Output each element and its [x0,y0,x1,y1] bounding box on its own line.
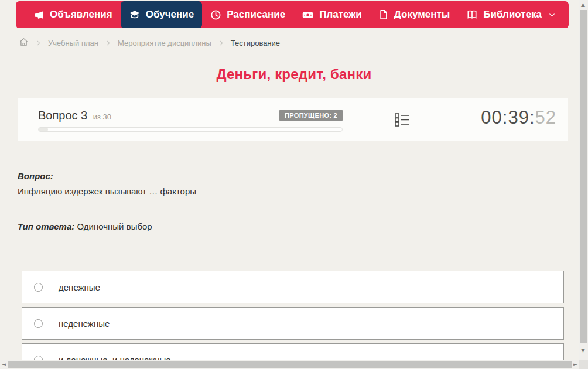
timer-hours-minutes: 00:39: [481,107,535,128]
nav-item-payments[interactable]: Платежи [293,1,370,28]
chevron-right-icon [105,40,111,46]
question-header-panel: Вопрос 3 из 30 ПРОПУЩЕНО: 2 00:39:52 [18,98,568,141]
open-book-icon [466,9,478,20]
answer-option-1[interactable]: денежные [22,271,564,303]
chevron-right-icon [218,40,224,46]
answer-option-label: денежные [59,282,100,292]
answer-type-row: Тип ответа: Одиночный выбор [18,221,562,231]
nav-item-library[interactable]: Библиотека [458,1,564,28]
question-progress-block: Вопрос 3 из 30 ПРОПУЩЕНО: 2 [38,107,343,132]
nav-item-label: Библиотека [483,9,542,20]
skipped-badge: ПРОПУЩЕНО: 2 [279,110,343,121]
vertical-scrollbar[interactable]: ▲ ▼ [579,0,588,360]
megaphone-icon [33,9,45,20]
nav-item-learning[interactable]: Обучение [121,1,202,28]
scroll-left-arrow-icon[interactable]: ◄ [2,362,6,367]
nav-item-label: Документы [394,9,450,20]
answer-type-label: Тип ответа: [18,221,74,231]
breadcrumb: Учебный план Мероприятие дисциплины Тест… [19,37,280,49]
breadcrumb-item-discipline-event[interactable]: Мероприятие дисциплины [118,39,211,47]
question-list-icon[interactable] [395,112,410,129]
question-number: Вопрос 3 [38,109,87,122]
horizontal-scrollbar-thumb[interactable] [8,361,572,368]
nav-item-label: Платежи [319,9,362,20]
nav-item-documents[interactable]: Документы [370,1,459,28]
timer-seconds: 52 [535,107,556,128]
nav-item-schedule[interactable]: Расписание [202,1,293,28]
vertical-scrollbar-thumb[interactable] [580,10,587,343]
page-title: Деньги, кредит, банки [0,66,588,83]
graduation-cap-icon [129,9,141,20]
question-text: Инфляцию издержек вызывают … факторы [18,186,562,196]
scrollbar-corner [579,360,588,369]
radio-icon[interactable] [34,319,43,328]
scroll-down-arrow-icon[interactable]: ▼ [581,348,585,353]
home-icon[interactable] [19,37,29,49]
test-page: Объявления Обучение Расписание Платежи Д… [0,0,588,369]
chevron-right-icon [35,40,42,46]
radio-icon[interactable] [34,283,43,292]
breadcrumb-item-curriculum[interactable]: Учебный план [48,39,98,47]
nav-item-label: Обучение [146,9,194,20]
document-icon [378,9,389,20]
question-caption: Вопрос: [18,171,562,181]
nav-item-announcements[interactable]: Объявления [25,1,121,28]
chevron-down-icon [548,11,556,19]
question-total: из 30 [93,112,111,121]
answer-option-label: неденежные [59,319,110,329]
progress-fill [39,128,48,131]
horizontal-scrollbar[interactable]: ◄ ► [0,360,579,369]
nav-item-label: Объявления [50,9,112,20]
scroll-up-arrow-icon[interactable]: ▲ [581,2,585,8]
countdown-timer: 00:39:52 [481,107,556,128]
answer-option-2[interactable]: неденежные [22,307,564,340]
banknote-icon [302,9,314,21]
breadcrumb-item-testing: Тестирование [231,39,280,47]
clock-icon [210,9,221,20]
main-nav: Объявления Обучение Расписание Платежи Д… [16,1,569,28]
answer-type-value: Одиночный выбор [77,221,152,231]
progress-bar [38,127,343,132]
scroll-right-arrow-icon[interactable]: ► [573,362,577,367]
nav-item-label: Расписание [227,9,285,20]
